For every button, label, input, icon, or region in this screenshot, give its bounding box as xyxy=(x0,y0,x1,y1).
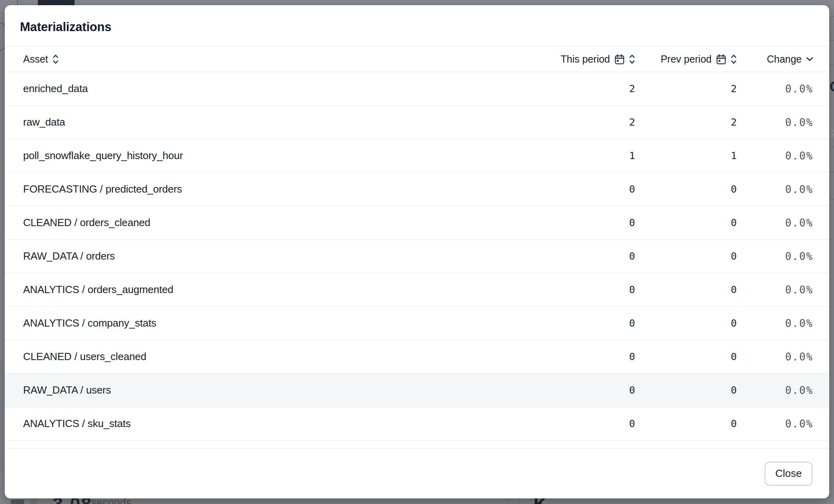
table-row[interactable]: FORECASTING / predicted_orders 0 0 0.0% xyxy=(5,173,829,206)
change-cell: 0.0% xyxy=(737,183,813,195)
change-cell: 0.0% xyxy=(737,418,813,430)
table-body: enriched_data 2 2 0.0% raw_data 2 2 0.0%… xyxy=(5,72,829,441)
change-cell: 0.0% xyxy=(737,217,813,229)
dialog-titlebar: Materializations xyxy=(5,5,829,47)
this-period-cell: 1 xyxy=(547,150,635,161)
screen: C p 3.08 seconds K Materializations Asse… xyxy=(0,0,834,504)
prev-period-cell: 2 xyxy=(635,83,737,94)
backdrop-metric-unit: seconds xyxy=(91,498,132,504)
backdrop-text-fragment: C xyxy=(830,80,834,94)
this-period-cell: 0 xyxy=(547,384,635,396)
backdrop-panel-border xyxy=(1,359,2,470)
column-header-asset[interactable]: Asset xyxy=(23,53,547,65)
backdrop-panel-border xyxy=(0,470,5,471)
table-row[interactable]: enriched_data 2 2 0.0% xyxy=(5,72,829,106)
asset-name-cell: RAW_DATA / orders xyxy=(23,250,547,262)
asset-name-cell: poll_snowflake_query_history_hour xyxy=(23,150,547,162)
backdrop-row-line xyxy=(829,171,834,172)
prev-period-cell: 0 xyxy=(635,317,737,329)
table-row[interactable]: CLEANED / users_cleaned 0 0 0.0% xyxy=(5,340,829,374)
table-row[interactable]: poll_snowflake_query_history_hour 1 1 0.… xyxy=(5,139,829,173)
dialog-title: Materializations xyxy=(20,20,111,34)
table-row[interactable]: RAW_DATA / orders 0 0 0.0% xyxy=(5,240,829,273)
prev-period-cell: 1 xyxy=(635,150,737,161)
change-cell: 0.0% xyxy=(737,150,813,162)
asset-name-cell: ANALYTICS / sku_stats xyxy=(23,417,547,430)
backdrop-row-line xyxy=(829,199,834,200)
dialog-footer: Close xyxy=(5,449,829,498)
asset-name-cell: RAW_DATA / users xyxy=(23,384,547,396)
backdrop-divider xyxy=(17,0,18,5)
prev-period-cell: 0 xyxy=(635,351,737,362)
asset-name-cell: CLEANED / users_cleaned xyxy=(23,350,547,363)
column-header-change[interactable]: Change xyxy=(737,53,813,65)
table-row[interactable]: RAW_DATA / users 0 0 0.0% xyxy=(5,374,829,407)
this-period-cell: 0 xyxy=(547,317,635,329)
this-period-cell: 0 xyxy=(547,351,635,362)
column-header-prev-period[interactable]: Prev period xyxy=(635,53,737,65)
table-row[interactable]: ANALYTICS / sku_stats 0 0 0.0% xyxy=(5,407,829,441)
this-period-cell: 0 xyxy=(547,284,635,295)
asset-name-cell: ANALYTICS / company_stats xyxy=(23,317,547,329)
change-cell: 0.0% xyxy=(737,250,813,262)
asset-name-cell: FORECASTING / predicted_orders xyxy=(23,183,547,195)
change-cell: 0.0% xyxy=(737,351,813,363)
change-cell: 0.0% xyxy=(737,284,813,296)
change-cell: 0.0% xyxy=(737,83,813,95)
table-row[interactable]: ANALYTICS / company_stats 0 0 0.0% xyxy=(5,307,829,340)
change-cell: 0.0% xyxy=(737,384,813,396)
asset-name-cell: enriched_data xyxy=(23,83,547,95)
sort-arrows-icon xyxy=(53,54,59,65)
asset-name-cell: ANALYTICS / orders_augmented xyxy=(23,284,547,296)
backdrop-text-fragment: p xyxy=(831,127,834,137)
prev-period-cell: 0 xyxy=(635,183,737,195)
asset-name-cell: raw_data xyxy=(23,116,547,128)
backdrop-card-border xyxy=(507,498,508,504)
calendar-icon xyxy=(614,54,625,65)
column-label: This period xyxy=(561,53,610,65)
column-label: Prev period xyxy=(661,53,712,65)
table-row[interactable]: ANALYTICS / orders_augmented 0 0 0.0% xyxy=(5,273,829,307)
close-button[interactable]: Close xyxy=(765,462,812,486)
this-period-cell: 0 xyxy=(547,250,635,262)
this-period-cell: 0 xyxy=(547,418,635,429)
backdrop-sidebar-block xyxy=(11,500,24,504)
clipped-table-row xyxy=(5,441,829,449)
calendar-icon xyxy=(716,54,726,65)
backdrop-row-line xyxy=(829,40,834,41)
backdrop-active-tab-indicator xyxy=(38,0,75,5)
prev-period-cell: 0 xyxy=(635,384,737,396)
chevron-down-icon xyxy=(806,57,813,61)
prev-period-cell: 2 xyxy=(635,116,737,128)
table-row[interactable]: raw_data 2 2 0.0% xyxy=(5,106,829,139)
backdrop-row-line xyxy=(829,147,834,148)
backdrop-sidebar-block xyxy=(30,498,37,504)
table-header-row: Asset This period xyxy=(5,47,829,72)
sort-arrows-icon xyxy=(731,54,737,65)
this-period-cell: 0 xyxy=(547,217,635,228)
column-label: Asset xyxy=(23,53,48,65)
column-label: Change xyxy=(767,53,802,65)
change-cell: 0.0% xyxy=(737,116,813,128)
this-period-cell: 0 xyxy=(547,183,635,195)
prev-period-cell: 0 xyxy=(635,250,737,262)
prev-period-cell: 0 xyxy=(635,217,737,228)
table-row[interactable]: CLEANED / orders_cleaned 0 0 0.0% xyxy=(5,206,829,240)
prev-period-cell: 0 xyxy=(635,418,737,429)
prev-period-cell: 0 xyxy=(635,284,737,295)
materializations-dialog: Materializations Asset This period xyxy=(5,5,829,498)
backdrop-card-border xyxy=(518,498,519,504)
asset-name-cell: CLEANED / orders_cleaned xyxy=(23,217,547,229)
this-period-cell: 2 xyxy=(547,83,635,94)
sort-arrows-icon xyxy=(629,54,635,65)
column-header-this-period[interactable]: This period xyxy=(547,53,635,65)
this-period-cell: 2 xyxy=(547,116,635,128)
backdrop-row-line xyxy=(829,16,834,17)
backdrop-row-line xyxy=(829,65,834,66)
change-cell: 0.0% xyxy=(737,317,813,329)
